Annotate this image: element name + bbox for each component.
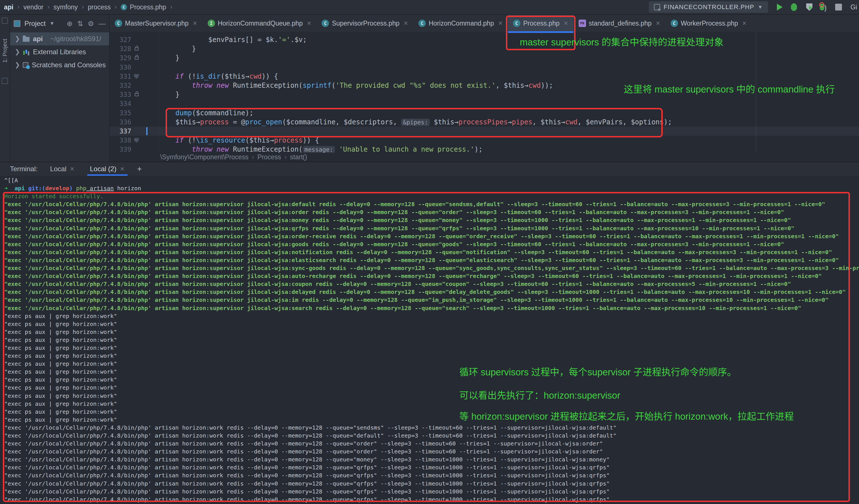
tool-window-icon[interactable] (2, 18, 8, 24)
chevron-right-icon[interactable]: ❯ (15, 61, 19, 69)
sidebar-item-scratches-and-consoles[interactable]: ❯Scratches and Consoles (10, 59, 109, 72)
tree-item-label: External Libraries (33, 48, 86, 56)
terminal-label: Terminal: (10, 165, 37, 173)
code-line-330[interactable]: 330 (110, 63, 859, 72)
editor-tab-horizoncommand-php[interactable]: CHorizonCommand.php✕ (413, 15, 508, 32)
code-editor[interactable]: 327 $envPairs[] = $k.'='.$v;328 }329 }33… (110, 32, 859, 168)
code-line-328[interactable]: 328 } (110, 44, 859, 54)
gear-icon[interactable]: ⚙ (88, 19, 94, 28)
code-line-338[interactable]: 338 if (!\is_resource($this→process)) { (110, 136, 859, 145)
close-icon[interactable]: ✕ (70, 166, 75, 172)
close-icon[interactable]: ✕ (193, 20, 197, 27)
breadcrumb-item[interactable]: CProcess.php (121, 3, 166, 11)
breadcrumb: api›vendor›symfony›process›CProcess.php› (0, 3, 172, 11)
run-config-selector[interactable]: FINANCECONTROLLER.PHP ▼ (649, 1, 768, 13)
bookmark-stripe-icon[interactable] (2, 78, 8, 84)
breadcrumb-item[interactable]: symfony (54, 3, 78, 11)
terminal-line: "exec ps aux | grep horizon:work" (4, 400, 859, 408)
project-panel-title[interactable]: Project (25, 19, 46, 28)
fold-region-icon[interactable] (134, 74, 139, 79)
code-text: $envPairs[] = $k.'='.$v; (142, 35, 307, 44)
terminal-prompt-line: ➜ api git:(develop) php artisan horizon (4, 184, 859, 192)
editor-tab-workerprocess-php[interactable]: CWorkerProcess.php✕ (665, 15, 752, 32)
gutter (131, 99, 142, 108)
editor-tab-mastersupervisor-php[interactable]: CMasterSupervisor.php✕ (110, 15, 202, 32)
terminal-tab-local[interactable]: Local ✕ (47, 162, 77, 176)
editor-tab-process-php[interactable]: CProcess.php✕ (508, 15, 573, 32)
chevron-down-icon[interactable]: ▼ (50, 21, 55, 26)
editor-tab-supervisorprocess-php[interactable]: CSupervisorProcess.php✕ (316, 15, 413, 32)
editor-breadcrumb-item[interactable]: start() (290, 153, 307, 161)
code-line-335[interactable]: 335 dump($commandline); (110, 108, 859, 118)
gutter (131, 35, 142, 44)
code-line-329[interactable]: 329 } (110, 54, 859, 62)
locate-file-icon[interactable]: ⊕ (67, 19, 73, 28)
breadcrumb-item[interactable]: vendor (24, 3, 44, 11)
tree-item-label: api (33, 35, 43, 43)
close-icon[interactable]: ✕ (403, 20, 408, 27)
terminal-line: "exec '/usr/local/Cellar/php/7.4.8/bin/p… (4, 216, 859, 224)
breadcrumb-item[interactable]: process (88, 3, 111, 11)
gutter (131, 44, 142, 54)
code-line-337[interactable]: 337 (110, 127, 859, 136)
collapse-all-icon[interactable]: ⇅ (77, 19, 83, 28)
code-line-327[interactable]: 327 $envPairs[] = $k.'='.$v; (110, 35, 859, 44)
attach-debugger-icon[interactable] (820, 4, 824, 10)
terminal-line: "exec '/usr/local/Cellar/php/7.4.8/bin/p… (4, 471, 859, 479)
code-line-334[interactable]: 334 (110, 99, 859, 108)
close-icon[interactable]: ✕ (655, 20, 661, 27)
project-stripe-label[interactable]: 1: Project (2, 27, 8, 75)
breadcrumb-separator: › (170, 3, 172, 11)
terminal-line: "exec '/usr/local/Cellar/php/7.4.8/bin/p… (4, 304, 859, 312)
gutter (131, 72, 142, 81)
close-icon[interactable]: ✕ (498, 20, 503, 27)
code-token: if (176, 72, 184, 80)
prompt-token (25, 185, 28, 192)
editor-tab-horizoncommandqueue-php[interactable]: IHorizonCommandQueue.php✕ (202, 15, 317, 32)
sidebar-item-external-libraries[interactable]: ❯External Libraries (10, 45, 109, 59)
code-token (335, 146, 339, 153)
code-line-336[interactable]: 336 $this→process = @proc_open($commandl… (110, 118, 859, 127)
stop-button[interactable] (835, 4, 842, 11)
terminal-line: "exec '/usr/local/Cellar/php/7.4.8/bin/p… (4, 440, 859, 447)
code-line-331[interactable]: 331 if (!is_dir($this→cwd)) { (110, 72, 859, 81)
code-token: 'Unable to launch a new process.' (339, 146, 474, 153)
php-class-icon: C (513, 19, 521, 27)
right-margin-guide (756, 32, 756, 168)
chevron-right-icon[interactable]: ❯ (15, 48, 19, 56)
code-token: , $envPairs, $options); (577, 118, 672, 126)
code-line-332[interactable]: 332 throw new RuntimeException(sprintf('… (110, 81, 859, 90)
terminal-tab-local-2[interactable]: Local (2) ✕ (87, 162, 127, 176)
run-with-coverage-button[interactable] (806, 3, 812, 11)
chevron-right-icon[interactable]: ❯ (15, 35, 19, 43)
php-class-icon: C (321, 19, 329, 27)
debug-button[interactable] (791, 3, 797, 11)
terminal-line: "exec '/usr/local/Cellar/php/7.4.8/bin/p… (4, 456, 859, 463)
code-token: ($commandline, $descriptors, (282, 118, 401, 126)
close-icon[interactable]: ✕ (307, 20, 312, 27)
sidebar-item-api[interactable]: ❯api~/gitroot/hk8591/ (10, 32, 109, 45)
hide-panel-icon[interactable]: — (99, 19, 106, 28)
tree-item-path: ~/gitroot/hk8591/ (50, 35, 101, 43)
editor-breadcrumb-item[interactable]: \Symfony\Component\Process (160, 153, 248, 161)
editor-breadcrumb-item[interactable]: Process (257, 153, 281, 161)
close-icon[interactable]: ✕ (120, 166, 125, 172)
prompt-token (73, 185, 76, 192)
lock-icon (135, 57, 139, 60)
breadcrumb-separator: › (17, 3, 19, 11)
editor-tab-standard-defines-php[interactable]: PHstandard_defines.php✕ (573, 15, 665, 32)
fold-region-icon[interactable] (134, 138, 139, 143)
editor-area: CMasterSupervisor.php✕IHorizonCommandQue… (110, 15, 859, 162)
breadcrumb-separator: › (115, 3, 117, 11)
run-button[interactable] (775, 3, 783, 11)
close-icon[interactable]: ✕ (742, 20, 747, 27)
code-text: if (!\is_resource($this→process)) { (142, 136, 319, 145)
breadcrumb-item[interactable]: api (4, 3, 13, 11)
tool-window-strip: 1: Project (0, 15, 10, 162)
close-icon[interactable]: ✕ (563, 20, 569, 27)
code-line-333[interactable]: 333 } (110, 90, 859, 99)
indent-guide (159, 35, 160, 149)
terminal-output[interactable]: ^[[A➜ api git:(develop) php artisan hori… (4, 176, 859, 504)
new-terminal-button[interactable]: + (137, 164, 142, 173)
gutter (131, 108, 142, 118)
